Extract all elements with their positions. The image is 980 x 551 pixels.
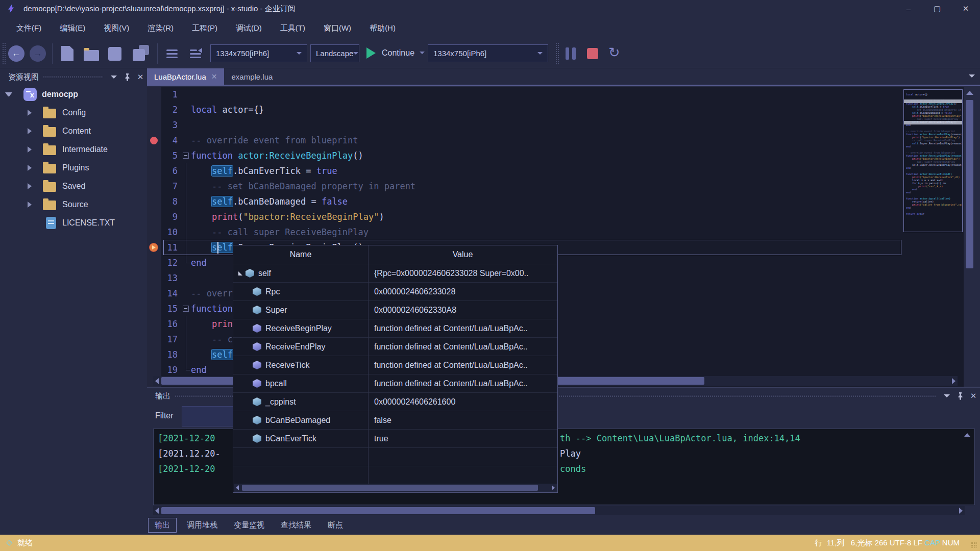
format-button[interactable] [190,49,201,60]
expander-closed-icon[interactable] [28,183,32,189]
gutter-cell[interactable] [147,133,161,148]
menu-item-2[interactable]: 编辑(E) [51,17,94,39]
editor-vertical-scrollbar[interactable] [964,87,976,387]
scroll-right-icon[interactable] [959,508,963,514]
fold-column[interactable] [182,362,191,378]
watch-row-receivebeginplay[interactable]: ReceiveBeginPlayfunction defined at Cont… [233,319,557,338]
tree-folder-intermediate[interactable]: Intermediate [0,140,147,159]
gutter-cell[interactable] [147,286,161,301]
fold-column[interactable] [182,133,191,148]
tree-folder-source[interactable]: Source [0,195,147,214]
expander-closed-icon[interactable] [28,146,32,153]
tab-example-lua[interactable]: example.lua [224,68,280,85]
popup-horizontal-scrollbar[interactable] [234,484,557,492]
fold-column[interactable] [182,163,191,179]
gutter-cell[interactable] [147,194,161,209]
minimize-button[interactable]: – [894,0,923,17]
restart-button[interactable]: ↻ [608,44,620,60]
gutter-cell[interactable] [147,316,161,332]
close-icon[interactable]: ✕ [134,71,147,83]
close-icon[interactable]: ✕ [967,390,980,402]
toolbar-grip[interactable] [2,42,6,65]
gutter-cell[interactable] [147,240,161,255]
menu-item-6[interactable]: 调试(D) [227,17,271,39]
panel-menu-icon[interactable] [107,71,120,83]
expanded-icon[interactable] [238,271,242,276]
forward-button[interactable]: → [30,45,46,62]
watch-row-bcanevertick[interactable]: bCanEverTicktrue [233,430,557,448]
output-horizontal-scrollbar[interactable] [153,506,965,515]
save-all-button[interactable] [133,49,145,61]
gutter-cell[interactable] [147,179,161,194]
tab-list-dropdown-icon[interactable] [969,74,975,78]
continue-button[interactable]: Continue [382,48,414,58]
watch-row-receivetick[interactable]: ReceiveTickfunction defined at Content/L… [233,356,557,374]
pin-icon[interactable] [953,390,967,402]
watch-row-self[interactable]: self{Rpc=0x0000024606233028 Super=0x00.. [233,264,557,283]
scrollbar-thumb[interactable] [966,100,973,268]
watch-row-bcanbedamaged[interactable]: bCanBeDamagedfalse [233,411,557,430]
gutter-cell[interactable] [147,224,161,240]
open-file-button[interactable] [84,49,99,61]
scroll-right-icon[interactable] [952,378,955,384]
scroll-left-icon[interactable] [236,485,239,490]
orientation-select[interactable]: Landscape [310,44,359,62]
scroll-left-icon[interactable] [155,508,159,514]
watch-row-receiveendplay[interactable]: ReceiveEndPlayfunction defined at Conten… [233,338,557,356]
resize-grip[interactable] [971,542,977,548]
tree-root-democpp[interactable]: democpp [0,85,147,104]
watch-row-super[interactable]: Super0x00000246062330A8 [233,301,557,319]
fold-column[interactable] [182,87,191,102]
pin-icon[interactable] [120,71,134,83]
fold-column[interactable] [182,179,191,194]
expander-closed-icon[interactable] [28,165,32,171]
fold-column[interactable] [182,332,191,347]
scroll-up-icon[interactable] [964,433,970,437]
stop-button[interactable] [587,48,598,59]
menu-item-9[interactable]: 帮助(H) [360,17,405,39]
watch-row-bpcall[interactable]: bpcallfunction defined at Content/Lua/Lu… [233,374,557,393]
fold-column[interactable] [182,148,191,163]
fold-column[interactable] [182,255,191,270]
fold-column[interactable] [182,102,191,117]
gutter-cell[interactable] [147,301,161,316]
new-file-button[interactable] [61,46,74,61]
expander-closed-icon[interactable] [28,110,32,116]
close-button[interactable]: ✕ [951,0,980,17]
gutter-cell[interactable] [147,332,161,347]
gutter-cell[interactable] [147,347,161,362]
scrollbar-thumb[interactable] [242,485,538,491]
minimap[interactable]: local actor={}-- override event from blu… [903,89,963,232]
fold-column[interactable] [182,270,191,286]
expander-closed-icon[interactable] [28,202,32,208]
panel-menu-icon[interactable] [940,390,953,402]
tab-close-icon[interactable]: ✕ [211,72,217,81]
fold-collapse-icon[interactable] [183,153,189,159]
bottom-tab-变量监视[interactable]: 变量监视 [228,518,271,532]
resolution-select-left[interactable]: 1334x750[iPh6] [210,44,307,62]
gutter-cell[interactable] [147,163,161,179]
tree-folder-content[interactable]: Content [0,122,147,140]
continue-play-icon[interactable] [366,47,376,59]
expander-closed-icon[interactable] [28,128,32,134]
menu-item-1[interactable]: 文件(F) [7,17,51,39]
gutter-cell[interactable] [147,270,161,286]
fold-column[interactable] [182,194,191,209]
fold-column[interactable] [182,301,191,316]
list-menu-button[interactable] [166,49,178,60]
bottom-tab-输出[interactable]: 输出 [148,518,177,533]
gutter-cell[interactable] [147,362,161,378]
scroll-right-icon[interactable] [552,485,555,490]
tree-file-license[interactable]: LICENSE.TXT [0,214,147,232]
bottom-tab-调用堆栈[interactable]: 调用堆栈 [181,518,224,532]
menu-item-3[interactable]: 视图(V) [94,17,138,39]
fold-column[interactable] [182,316,191,332]
gutter-cell[interactable] [147,255,161,270]
menu-item-8[interactable]: 窗口(W) [314,17,360,39]
back-button[interactable]: ← [8,45,24,62]
toolbar-grip[interactable] [555,42,559,65]
menu-item-7[interactable]: 工具(T) [271,17,314,39]
maximize-button[interactable]: ▢ [923,0,951,17]
gutter-cell[interactable] [147,117,161,133]
fold-column[interactable] [182,347,191,362]
